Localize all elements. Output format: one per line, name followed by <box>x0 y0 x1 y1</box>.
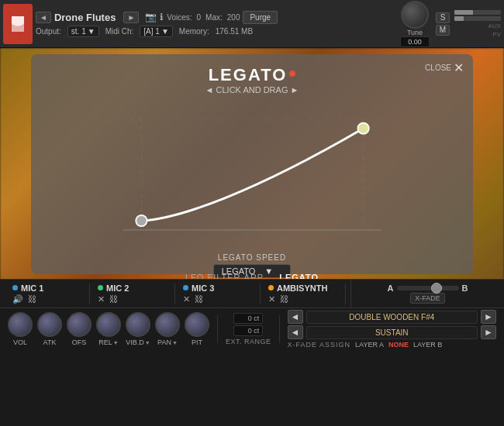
knob-vibd-group: VIB.D▼ <box>126 312 150 346</box>
pit-knob[interactable] <box>185 312 209 337</box>
speaker-icon-1[interactable]: 🔊 <box>12 294 23 304</box>
xfade-assign-label: X-FADE ASSIGN <box>288 341 351 349</box>
atk-knob[interactable] <box>37 312 62 337</box>
mic-1-group: MIC 1 🔊 ⛓ <box>5 283 90 304</box>
output-label: Output: <box>36 27 61 36</box>
pitch-section: 0 ct 0 ct EXT. RANGE <box>226 313 271 345</box>
memory-label: Memory: <box>179 27 209 36</box>
top-bar-main: ◄ Drone Flutes ► 📷 ℹ Voices: 0 Max: 200 … <box>36 11 394 37</box>
top-bar-row2: Output: st. 1 ▼ Midi Ch: [A] 1 ▼ Memory:… <box>36 26 394 37</box>
tune-section: Tune 0.00 <box>400 1 430 47</box>
link-icon-1[interactable]: ⛓ <box>28 294 36 304</box>
legato-title-row: LEGATO <box>209 62 296 85</box>
mic-2-name-row: MIC 2 <box>98 283 129 293</box>
xfade-button[interactable]: X-FADE <box>410 293 445 304</box>
memory-value: 176.51 MB <box>216 27 253 36</box>
close-button[interactable]: CLOSE ✕ <box>425 60 464 75</box>
vol-knob[interactable] <box>8 312 33 337</box>
ambisynth-name-row: AMBISYNTH <box>268 283 327 293</box>
camera-icon[interactable]: 📷 <box>145 12 157 22</box>
midi-label: Midi Ch: <box>105 27 134 36</box>
purge-button[interactable]: Purge <box>243 11 278 24</box>
mic-section: MIC 1 🔊 ⛓ MIC 2 ✕ ⛓ MIC 3 ✕ <box>0 279 504 308</box>
ambisynth-group: AMBISYNTH ✕ ⛓ <box>261 283 346 304</box>
pan-knob[interactable] <box>155 312 180 337</box>
preset-name-2[interactable]: SUSTAIN <box>306 326 478 339</box>
ambisynth-dot <box>268 285 274 290</box>
mic-2-group: MIC 2 ✕ ⛓ <box>90 283 175 304</box>
xfade-thumb[interactable] <box>431 283 442 294</box>
curve-svg[interactable] <box>67 101 437 249</box>
svg-point-4 <box>136 215 147 226</box>
preset-next-2[interactable]: ► <box>481 325 496 339</box>
mic-3-controls: ✕ ⛓ <box>183 294 203 304</box>
max-label: Max: <box>205 13 223 22</box>
knob-ofs-group: OFS <box>67 312 91 346</box>
curve-area[interactable] <box>47 101 457 249</box>
mute-icon-4[interactable]: ✕ <box>268 294 275 304</box>
preset-row-1: ◄ DOUBLE WOODEN F#4 ► <box>288 310 496 324</box>
legato-speed-label: LEGATO SPEED <box>218 253 286 262</box>
nav-next[interactable]: ► <box>123 12 139 23</box>
ofs-knob[interactable] <box>67 312 91 337</box>
xfade-label-a: A <box>388 283 394 293</box>
preset-row-2: ◄ SUSTAIN ► <box>288 325 496 339</box>
voices-info: Voices: 0 Max: 200 <box>167 13 240 22</box>
voices-value: 0 <box>197 13 202 22</box>
xfade-track[interactable] <box>397 286 459 290</box>
preset-next-1[interactable]: ► <box>481 310 496 324</box>
top-bar: ◄ Drone Flutes ► 📷 ℹ Voices: 0 Max: 200 … <box>0 0 504 48</box>
pitch-value-1[interactable]: 0 ct <box>233 313 263 324</box>
ambisynth-label: AMBISYNTH <box>277 283 327 293</box>
link-icon-4[interactable]: ⛓ <box>280 294 288 304</box>
pan-label: PAN▼ <box>157 338 178 346</box>
rel-knob[interactable] <box>96 312 121 337</box>
tune-value: 0.00 <box>400 36 430 47</box>
mic-2-label: MIC 2 <box>106 283 129 293</box>
info-icon[interactable]: ℹ <box>160 12 164 22</box>
mic-1-dot <box>12 285 18 290</box>
mic-2-dot <box>98 285 103 290</box>
vibd-knob[interactable] <box>126 312 150 337</box>
logo <box>3 4 33 44</box>
side-panel: S M <box>436 12 450 36</box>
ofs-label: OFS <box>72 338 87 346</box>
xfade-labels: A B <box>388 283 468 293</box>
layer-a-option[interactable]: LAYER A <box>355 341 384 349</box>
s-button[interactable]: S <box>436 12 450 23</box>
legato-panel: CLOSE ✕ LEGATO ◄ CLICK AND DRAG ► <box>31 54 473 274</box>
knob-rel-group: REL▼ <box>96 312 121 346</box>
pit-label: PIT <box>192 338 202 346</box>
mini-bar-2 <box>454 16 501 21</box>
mic-1-label: MIC 1 <box>21 283 43 293</box>
mute-icon-2[interactable]: ✕ <box>98 294 105 304</box>
midi-dropdown[interactable]: [A] 1 ▼ <box>140 26 172 37</box>
svg-point-5 <box>357 123 368 134</box>
none-option[interactable]: NONE <box>388 341 409 349</box>
vol-label: VOL <box>13 338 27 346</box>
mute-icon-3[interactable]: ✕ <box>183 294 190 304</box>
nav-prev[interactable]: ◄ <box>36 12 51 23</box>
layer-b-option[interactable]: LAYER B <box>413 341 442 349</box>
preset-prev-2[interactable]: ◄ <box>288 325 303 339</box>
tune-knob[interactable] <box>401 1 429 29</box>
mic-3-group: MIC 3 ✕ ⛓ <box>175 283 261 304</box>
bottom-divider-2 <box>279 315 280 343</box>
preset-name-1[interactable]: DOUBLE WOODEN F#4 <box>306 311 478 324</box>
rel-label: REL▼ <box>98 338 118 346</box>
max-value: 200 <box>227 13 240 22</box>
mic-3-dot <box>183 285 188 290</box>
close-label: CLOSE <box>425 64 451 72</box>
voices-label: Voices: <box>167 13 192 22</box>
preset-prev-1[interactable]: ◄ <box>288 310 303 324</box>
bottom-controls: VOL ATK OFS REL▼ VIB.D▼ PAN▼ <box>0 308 504 350</box>
knob-vol-group: VOL <box>8 312 33 346</box>
output-dropdown[interactable]: st. 1 ▼ <box>67 26 99 37</box>
link-icon-3[interactable]: ⛓ <box>195 294 203 304</box>
m-button[interactable]: M <box>436 25 450 36</box>
link-icon-2[interactable]: ⛓ <box>109 294 118 304</box>
pitch-value-2[interactable]: 0 ct <box>233 325 263 336</box>
atk-label: ATK <box>43 338 57 346</box>
mic-1-controls: 🔊 ⛓ <box>12 294 36 304</box>
xfade-label-b: B <box>462 283 468 293</box>
